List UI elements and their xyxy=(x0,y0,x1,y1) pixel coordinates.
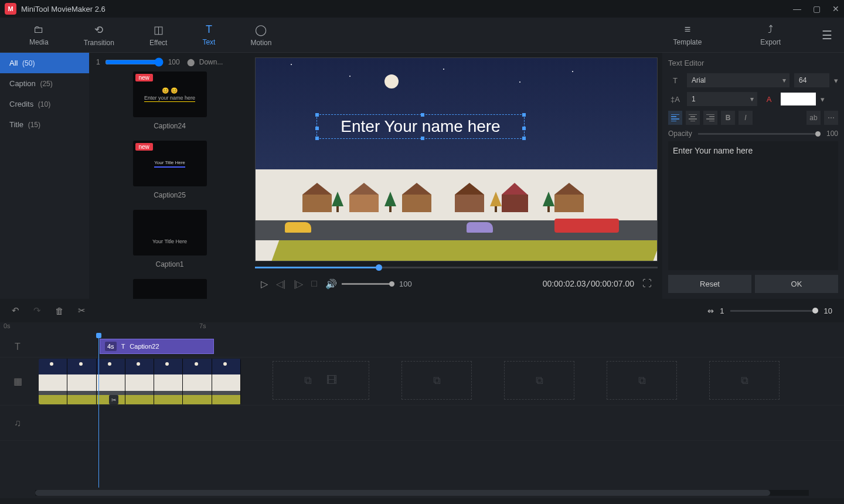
timeline-tracks: T 4s T Caption22 ▦ ✂ ⧉ 🎞 ⧉ ⧉ ⧉ xyxy=(0,336,844,488)
split-marker[interactable]: ✂ xyxy=(109,395,118,404)
template-button[interactable]: ≡ Template xyxy=(656,23,720,46)
preset-header: 1 100 ⬤ Down... xyxy=(89,53,250,71)
fit-button[interactable]: ⇔ xyxy=(707,307,714,315)
preset-caption1[interactable]: Your Title Here Caption1 xyxy=(101,210,239,268)
transition-icon: ⟲ xyxy=(94,23,103,36)
prev-frame-button[interactable]: ◁| xyxy=(276,278,285,290)
zoom-min: 1 xyxy=(720,307,724,315)
text-editor-panel: Text Editor T Arial 64 ▾ ‡A 1 A ▾ B I xyxy=(662,53,844,299)
close-button[interactable]: ✕ xyxy=(832,4,839,13)
text-content-input[interactable] xyxy=(668,141,838,270)
titlebar: M MiniTool MovieMaker 2.6 — ▢ ✕ xyxy=(0,0,844,18)
align-left-button[interactable] xyxy=(668,111,682,125)
clip-placeholder[interactable]: ⧉ xyxy=(401,361,472,400)
tab-media[interactable]: 🗀 Media xyxy=(12,23,66,46)
clip-placeholder[interactable]: ⧉ xyxy=(709,361,780,400)
font-size-input[interactable]: 64 xyxy=(794,73,829,87)
align-center-button[interactable] xyxy=(686,111,700,125)
reset-button[interactable]: Reset xyxy=(668,275,751,293)
stop-button[interactable]: □ xyxy=(311,278,317,289)
new-badge: new xyxy=(135,74,153,81)
split-button[interactable]: ✂ xyxy=(78,305,86,316)
text-editor-header: Text Editor xyxy=(668,59,838,67)
motion-icon: ◯ xyxy=(255,23,267,36)
font-family-select[interactable]: Arial xyxy=(687,73,789,87)
zoom-slider[interactable] xyxy=(730,310,818,312)
playhead[interactable] xyxy=(98,336,99,488)
preview-controls: ▷ ◁| |▷ □ 🔊 100 00:00:02.03/00:00:07.00 … xyxy=(255,273,658,294)
time-display: 00:00:02.03/00:00:07.00 xyxy=(543,279,634,288)
audio-track: ♫ xyxy=(0,406,844,441)
align-right-button[interactable] xyxy=(703,111,717,125)
tab-transition[interactable]: ⟲ Transition xyxy=(66,23,132,47)
font-color-icon: A xyxy=(762,95,776,104)
next-frame-button[interactable]: |▷ xyxy=(294,278,303,290)
main-area: All (50) Caption (25) Credits (10) Title… xyxy=(0,53,844,299)
bold-button[interactable]: B xyxy=(721,111,735,125)
text-overlay[interactable]: Enter Your name here xyxy=(316,114,525,139)
opacity-value: 100 xyxy=(826,130,838,138)
opacity-slider[interactable] xyxy=(698,133,821,135)
tab-text[interactable]: T Text xyxy=(185,23,233,46)
opacity-label: Opacity xyxy=(668,130,692,138)
preview-panel: Enter Your name here ▷ ◁| |▷ □ 🔊 100 00:… xyxy=(250,53,662,299)
timeline-scrollbar[interactable] xyxy=(35,490,809,496)
preset-list[interactable]: new 😊 😊 Enter your name here Caption24 n… xyxy=(89,71,250,299)
main-toolbar: 🗀 Media ⟲ Transition ◫ Effect T Text ◯ M… xyxy=(0,18,844,53)
timeline-toolbar: ↶ ↷ 🗑 ✂ ⇔ 1 10 xyxy=(0,299,844,322)
export-icon: ⤴ xyxy=(768,23,773,36)
fullscreen-button[interactable]: ⛶ xyxy=(642,278,652,289)
text-clip-caption22[interactable]: 4s T Caption22 xyxy=(100,339,214,354)
preset-size-slider[interactable] xyxy=(105,57,164,67)
lowercase-button[interactable]: ab xyxy=(806,111,821,125)
preview-scrubber[interactable] xyxy=(255,261,658,273)
timeline: 0s 7s T 4s T Caption22 ▦ ✂ ⧉ 🎞 xyxy=(0,322,844,498)
video-clip[interactable]: ✂ xyxy=(39,359,241,404)
preset-caption25[interactable]: new Your Title Here Caption25 xyxy=(101,141,239,199)
maximize-button[interactable]: ▢ xyxy=(813,4,821,13)
play-button[interactable]: ▷ xyxy=(261,278,268,290)
volume-value: 100 xyxy=(399,280,412,288)
export-button[interactable]: ⤴ Export xyxy=(743,23,798,46)
font-color-swatch[interactable] xyxy=(781,93,816,105)
preset-panel: 1 100 ⬤ Down... new 😊 😊 Enter your name … xyxy=(89,53,250,299)
category-caption[interactable]: Caption (25) xyxy=(0,73,89,94)
more-format-button[interactable]: ⋯ xyxy=(824,111,838,125)
italic-button[interactable]: I xyxy=(738,111,753,125)
minimize-button[interactable]: — xyxy=(793,4,801,13)
download-toggle[interactable]: ⬤ xyxy=(187,58,195,66)
clip-placeholder[interactable]: ⧉ 🎞 xyxy=(273,361,369,400)
text-track-icon: T xyxy=(0,336,35,357)
text-track: T 4s T Caption22 xyxy=(0,336,844,357)
video-track-icon: ▦ xyxy=(0,357,35,405)
preview-scene xyxy=(256,58,657,261)
hamburger-menu[interactable]: ☰ xyxy=(822,28,832,42)
preset-caption24[interactable]: new 😊 😊 Enter your name here Caption24 xyxy=(101,71,239,130)
text-icon: T xyxy=(121,343,125,350)
clip-placeholder[interactable]: ⧉ xyxy=(504,361,574,400)
zoom-max: 10 xyxy=(824,307,832,315)
preview-canvas[interactable]: Enter Your name here xyxy=(255,57,658,261)
delete-button[interactable]: 🗑 xyxy=(55,306,64,316)
category-credits[interactable]: Credits (10) xyxy=(0,94,89,114)
ok-button[interactable]: OK xyxy=(755,275,838,293)
line-height-select[interactable]: 1 xyxy=(687,92,757,106)
new-badge: new xyxy=(135,143,153,151)
overlay-text[interactable]: Enter Your name here xyxy=(341,117,500,136)
category-all[interactable]: All (50) xyxy=(0,53,89,73)
redo-button[interactable]: ↷ xyxy=(33,305,41,316)
timeline-ruler[interactable]: 0s 7s xyxy=(0,322,844,336)
app-logo: M xyxy=(5,3,16,15)
preset-next[interactable] xyxy=(101,279,239,299)
volume-slider[interactable] xyxy=(342,283,394,285)
undo-button[interactable]: ↶ xyxy=(12,305,19,316)
effect-icon: ◫ xyxy=(154,23,164,36)
category-title[interactable]: Title (15) xyxy=(0,114,89,135)
volume-icon[interactable]: 🔊 xyxy=(325,278,337,290)
tab-effect[interactable]: ◫ Effect xyxy=(132,23,185,47)
line-height-icon: ‡A xyxy=(668,95,682,104)
video-track: ▦ ✂ ⧉ 🎞 ⧉ ⧉ ⧉ ⧉ xyxy=(0,357,844,406)
tab-motion[interactable]: ◯ Motion xyxy=(233,23,289,47)
clip-placeholder[interactable]: ⧉ xyxy=(607,361,677,400)
text-icon: T xyxy=(206,23,212,36)
